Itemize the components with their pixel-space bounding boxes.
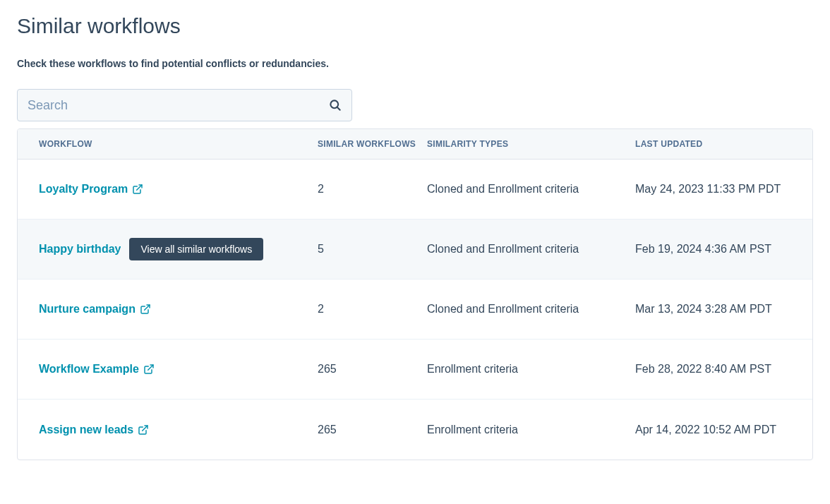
search-input[interactable] (17, 89, 352, 121)
similar-count: 265 (318, 363, 427, 376)
last-updated: Mar 13, 2024 3:28 AM PDT (635, 303, 791, 316)
similar-count: 2 (318, 183, 427, 196)
similarity-types: Cloned and Enrollment criteria (427, 243, 635, 256)
workflow-name: Workflow Example (39, 363, 139, 376)
table-header-row: WORKFLOW SIMILAR WORKFLOWS SIMILARITY TY… (18, 129, 812, 160)
table-row[interactable]: Happy birthdayView all similar workflows… (18, 220, 812, 280)
page-subtitle: Check these workflows to find potential … (17, 58, 813, 69)
table-row[interactable]: Loyalty Program2Cloned and Enrollment cr… (18, 160, 812, 220)
workflow-name: Assign new leads (39, 424, 133, 436)
page-title: Similar workflows (17, 14, 813, 38)
similarity-types: Cloned and Enrollment criteria (427, 303, 635, 316)
col-header-similar: SIMILAR WORKFLOWS (318, 139, 427, 149)
last-updated: Feb 28, 2022 8:40 AM PST (635, 363, 791, 376)
svg-line-3 (145, 305, 150, 310)
similar-count: 5 (318, 243, 427, 256)
workflow-name: Nurture campaign (39, 303, 136, 316)
last-updated: May 24, 2023 11:33 PM PDT (635, 183, 791, 196)
workflow-link[interactable]: Assign new leads (39, 424, 149, 436)
svg-line-4 (148, 365, 153, 370)
workflow-cell: Happy birthdayView all similar workflows (39, 238, 318, 260)
external-link-icon (138, 424, 149, 436)
search-container (17, 89, 352, 121)
similarity-types: Cloned and Enrollment criteria (427, 183, 635, 196)
workflow-link[interactable]: Workflow Example (39, 363, 155, 376)
workflow-link[interactable]: Loyalty Program (39, 183, 143, 196)
svg-line-5 (143, 426, 148, 431)
svg-line-2 (137, 185, 142, 190)
workflow-name: Happy birthday (39, 243, 121, 256)
workflow-name: Loyalty Program (39, 183, 128, 196)
workflow-cell: Nurture campaign (39, 303, 318, 316)
table-row[interactable]: Assign new leads265Enrollment criteriaAp… (18, 400, 812, 460)
external-link-icon (143, 364, 155, 375)
external-link-icon (132, 184, 143, 195)
external-link-icon (140, 304, 151, 315)
table-row[interactable]: Nurture campaign2Cloned and Enrollment c… (18, 280, 812, 340)
similar-count: 2 (318, 303, 427, 316)
similarity-types: Enrollment criteria (427, 363, 635, 376)
view-all-similar-button[interactable]: View all similar workflows (129, 238, 263, 260)
workflows-table: WORKFLOW SIMILAR WORKFLOWS SIMILARITY TY… (17, 128, 813, 460)
workflow-link[interactable]: Nurture campaign (39, 303, 151, 316)
workflow-cell: Workflow Example (39, 363, 318, 376)
table-row[interactable]: Workflow Example265Enrollment criteriaFe… (18, 340, 812, 400)
last-updated: Feb 19, 2024 4:36 AM PST (635, 243, 791, 256)
col-header-updated: LAST UPDATED (635, 139, 791, 149)
last-updated: Apr 14, 2022 10:52 AM PDT (635, 424, 791, 436)
workflow-cell: Loyalty Program (39, 183, 318, 196)
similar-count: 265 (318, 424, 427, 436)
col-header-workflow: WORKFLOW (39, 139, 318, 149)
col-header-types: SIMILARITY TYPES (427, 139, 635, 149)
similarity-types: Enrollment criteria (427, 424, 635, 436)
workflow-link[interactable]: Happy birthday (39, 243, 121, 256)
workflow-cell: Assign new leads (39, 424, 318, 436)
